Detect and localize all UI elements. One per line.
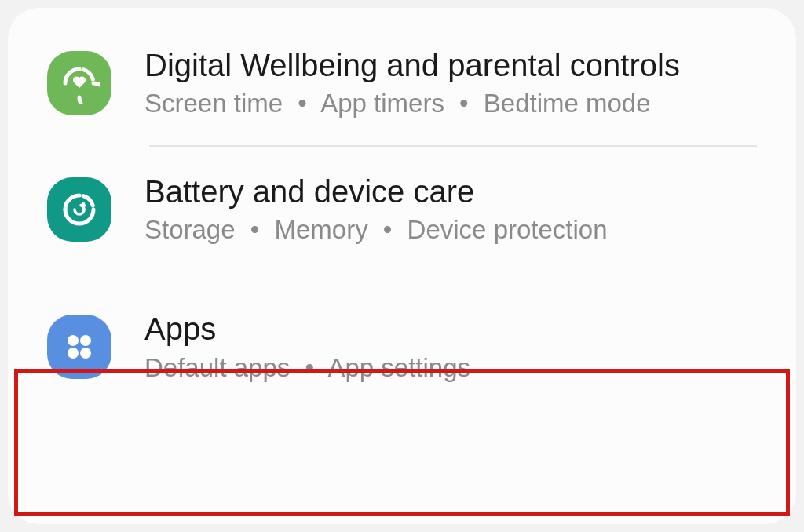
settings-card: Digital Wellbeing and parental controls … [8, 8, 796, 524]
svg-point-1 [80, 335, 91, 346]
svg-point-2 [68, 348, 79, 359]
svg-point-3 [80, 348, 91, 359]
svg-point-0 [68, 335, 79, 346]
settings-item-subtitle: Default apps • App settings [144, 353, 470, 383]
battery-care-icon [47, 177, 111, 242]
settings-item-battery[interactable]: Battery and device care Storage • Memory… [8, 151, 796, 267]
settings-item-title: Digital Wellbeing and parental controls [144, 47, 680, 84]
settings-item-apps[interactable]: Apps Default apps • App settings [8, 267, 796, 404]
settings-item-text: Digital Wellbeing and parental controls … [144, 47, 680, 118]
settings-item-text: Battery and device care Storage • Memory… [144, 173, 608, 245]
settings-item-title: Battery and device care [144, 173, 608, 210]
apps-icon [47, 315, 111, 379]
wellbeing-icon [47, 51, 111, 115]
settings-item-subtitle: Screen time • App timers • Bedtime mode [144, 89, 680, 118]
divider [149, 145, 757, 147]
settings-item-title: Apps [144, 311, 470, 348]
settings-item-wellbeing[interactable]: Digital Wellbeing and parental controls … [8, 39, 796, 140]
settings-item-subtitle: Storage • Memory • Device protection [144, 215, 608, 245]
settings-item-text: Apps Default apps • App settings [144, 311, 470, 382]
